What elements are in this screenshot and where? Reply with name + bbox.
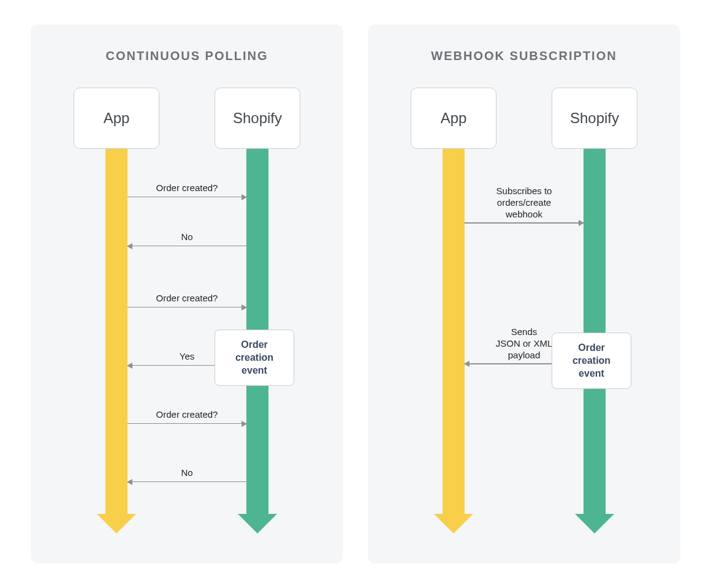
arrow-left-icon xyxy=(127,481,246,483)
msg-subscribe: Subscribes to orders/create webhook xyxy=(465,186,584,210)
event-box-left: Order creation event xyxy=(215,330,294,386)
msg-no-2: No xyxy=(127,467,246,492)
msg-no-1: No xyxy=(127,232,246,256)
entity-app-left: App xyxy=(74,88,159,149)
event-label: Order creation event xyxy=(235,339,273,375)
panel-title-right: WEBHOOK SUBSCRIPTION xyxy=(392,49,656,63)
panel-title-left: CONTINUOUS POLLING xyxy=(55,49,319,63)
entity-app-label: App xyxy=(441,110,467,127)
arrow-left-icon xyxy=(127,246,246,247)
msg-order-created-2: Order created? xyxy=(127,293,246,317)
msg-label: Subscribes to orders/create webhook xyxy=(465,186,584,220)
arrow-right-icon xyxy=(127,197,246,198)
arrow-right-icon xyxy=(465,222,584,224)
panel-webhook-subscription: WEBHOOK SUBSCRIPTION App Shopify Subscri… xyxy=(368,24,680,564)
entity-shopify-label: Shopify xyxy=(570,110,619,127)
timeline-app-right xyxy=(443,149,465,516)
msg-label: Order created? xyxy=(127,183,246,194)
timeline-app-left xyxy=(105,149,127,516)
entity-shopify-label: Shopify xyxy=(233,110,282,127)
arrowhead-icon xyxy=(575,514,614,533)
panel-continuous-polling: CONTINUOUS POLLING App Shopify Order cre… xyxy=(31,24,343,564)
event-box-right: Order creation event xyxy=(552,333,631,389)
lanes-left: App Shopify Order created? No Order crea… xyxy=(55,88,319,535)
arrowhead-icon xyxy=(97,514,136,533)
arrow-right-icon xyxy=(127,423,246,424)
event-label: Order creation event xyxy=(572,342,610,379)
msg-label: No xyxy=(127,232,246,243)
lanes-right: App Shopify Subscribes to orders/create … xyxy=(392,88,656,535)
arrowhead-icon xyxy=(238,514,277,533)
entity-shopify-left: Shopify xyxy=(215,88,300,149)
msg-label: No xyxy=(127,467,246,479)
msg-label: Order created? xyxy=(127,293,246,304)
msg-label: Order created? xyxy=(127,409,246,421)
arrowhead-icon xyxy=(434,514,473,533)
entity-app-label: App xyxy=(104,110,130,127)
entity-shopify-right: Shopify xyxy=(552,88,637,149)
msg-order-created-1: Order created? xyxy=(127,183,246,207)
entity-app-right: App xyxy=(411,88,496,149)
arrow-right-icon xyxy=(127,307,246,308)
msg-order-created-3: Order created? xyxy=(127,409,246,434)
